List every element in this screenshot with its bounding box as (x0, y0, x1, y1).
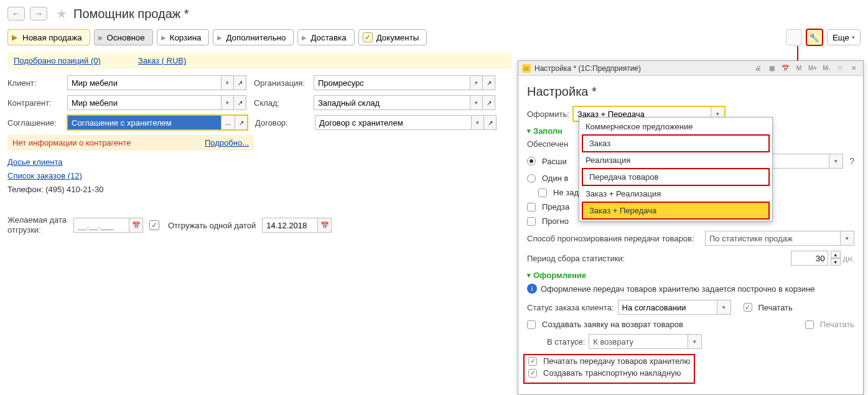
forecast-label: Способ прогнозирования передачи товаров: (527, 234, 694, 243)
memory-mminus[interactable]: M- (821, 63, 832, 74)
dropdown-button[interactable]: ▾ (829, 154, 843, 169)
forward-button[interactable]: → (30, 7, 47, 21)
org-input[interactable] (314, 75, 470, 90)
warn-more-link[interactable]: Подробно... (205, 138, 249, 147)
dd-item-selected[interactable]: Заказ + Передача (582, 202, 770, 220)
new-sale-label: Новая продажа (22, 33, 82, 42)
radio-one[interactable] (527, 174, 536, 183)
dropdown-button[interactable]: ▾ (472, 115, 484, 130)
ellipsis-button[interactable]: … (222, 115, 235, 130)
open-button[interactable]: ↗ (483, 75, 495, 90)
create-waybill-label: Создавать транспортную накладную (543, 368, 681, 378)
dd-item[interactable]: Реализация (579, 152, 772, 168)
in-status-input (589, 334, 688, 349)
agr-label: Соглашение: (7, 118, 67, 128)
wh-input[interactable] (314, 95, 470, 110)
dropdown-button[interactable]: ▾ (470, 75, 483, 90)
dropdown-button[interactable]: ▾ (470, 95, 483, 110)
grid-icon[interactable]: ▦ (766, 63, 777, 74)
open-button[interactable]: ↗ (483, 95, 495, 110)
oformit-label: Оформить: (527, 109, 569, 119)
tab-delivery[interactable]: ▶Доставка (297, 29, 354, 45)
info-text: Оформление передач товаров хранителю зад… (541, 284, 814, 294)
dd-item[interactable]: Передача товаров (582, 168, 770, 186)
highlighted-options: Печатать передачу товаров хранителю Созд… (523, 354, 695, 384)
modal-window-title: Настройка * (1С:Предприятие) (534, 64, 641, 73)
new-sale-button[interactable]: ▶Новая продажа (7, 29, 90, 45)
dd-item[interactable]: Заказ + Реализация (579, 186, 772, 202)
info-icon: i (527, 284, 537, 294)
check-icon: ✓ (363, 32, 373, 42)
open-button[interactable]: ↗ (234, 75, 246, 90)
contract-label: Договор: (255, 118, 315, 128)
contr-label: Контрагент: (7, 98, 67, 108)
tab-documents[interactable]: ✓Документы (358, 29, 427, 45)
tab-cart[interactable]: ▶Корзина (157, 29, 210, 45)
radio-ext-label: Расши (542, 157, 567, 166)
radio-ext[interactable] (527, 157, 536, 165)
memory-mplus[interactable]: M+ (807, 63, 818, 74)
help-icon[interactable]: ? (849, 156, 854, 166)
obesp-label: Обеспечен (527, 139, 568, 149)
status-input[interactable] (618, 300, 717, 315)
radio-one-label: Один в (542, 174, 568, 183)
tab-main[interactable]: ▶Основное (94, 29, 153, 45)
chevron-icon: ▶ (161, 34, 166, 41)
dd-item[interactable]: Заказ (582, 134, 770, 152)
in-status-label: В статусе: (547, 337, 585, 346)
agreement-input[interactable] (67, 115, 222, 130)
app-logo-icon: 1c (522, 64, 531, 73)
dossier-link[interactable]: Досье клиента (7, 156, 503, 169)
open-button[interactable]: ↗ (235, 115, 248, 130)
ship-date-input[interactable] (262, 218, 318, 233)
orders-link[interactable]: Список заказов (12) (7, 169, 503, 183)
forecast-input (705, 231, 841, 246)
memory-m[interactable]: M (793, 63, 805, 74)
dropdown-button[interactable]: ▾ (222, 95, 234, 110)
open-button[interactable]: ↗ (484, 115, 497, 130)
positions-link[interactable]: Подобрано позиций (0) (14, 56, 101, 65)
chevron-down-icon[interactable]: ▾ (527, 127, 531, 135)
print2-checkbox (805, 320, 814, 329)
contract-input[interactable] (315, 115, 472, 130)
print-transfer-label: Печатать передачу товаров хранителю (543, 356, 690, 366)
chk-progn[interactable] (527, 217, 536, 226)
print-icon[interactable]: 🖨 (752, 63, 763, 74)
calendar-icon[interactable]: 📅 (780, 63, 791, 74)
wanted-date-input[interactable] (73, 218, 129, 233)
contr-input[interactable] (67, 95, 222, 110)
back-button[interactable]: ← (7, 7, 25, 21)
calendar-button[interactable]: 📅 (129, 218, 143, 233)
period-input[interactable] (791, 251, 828, 266)
dd-item[interactable]: Коммерческое предложение (579, 119, 772, 134)
chevron-icon: ▶ (98, 34, 103, 41)
tab-docs-label: Документы (376, 33, 419, 42)
chk-predz[interactable] (527, 203, 536, 211)
open-button[interactable]: ↗ (234, 95, 246, 110)
client-input[interactable] (67, 75, 222, 90)
dropdown-button[interactable]: ▾ (222, 75, 234, 90)
calendar-button[interactable]: 📅 (318, 218, 332, 233)
chk-nozad[interactable] (538, 188, 547, 197)
tab-cart-label: Корзина (170, 33, 202, 42)
create-waybill-checkbox[interactable] (528, 369, 537, 378)
tab-extra[interactable]: ▶Дополнительно (213, 29, 294, 45)
more-button[interactable]: Еще▾ (827, 29, 861, 45)
star-icon[interactable]: ★ (56, 6, 67, 21)
order-link[interactable]: Заказ ( RUB) (138, 56, 186, 65)
close-icon[interactable]: ✕ (848, 63, 859, 74)
spin-up[interactable]: ▲ (831, 251, 841, 258)
toolbar-btn-1[interactable] (786, 29, 802, 45)
wrench-icon: 🔧 (809, 33, 819, 42)
settings-button[interactable]: 🔧 (806, 29, 823, 46)
oformit-dropdown-list: Коммерческое предложение Заказ Реализаци… (579, 117, 773, 221)
print-checkbox[interactable] (744, 303, 752, 312)
print-transfer-checkbox[interactable] (528, 357, 537, 366)
chevron-down-icon[interactable]: ▾ (527, 271, 531, 279)
maximize-icon[interactable]: □ (834, 63, 846, 74)
ship-one-checkbox[interactable] (149, 220, 159, 230)
return-checkbox[interactable] (527, 320, 536, 329)
return-label: Создавать заявку на возврат товаров (542, 320, 683, 329)
dropdown-button[interactable]: ▾ (717, 300, 731, 315)
spin-down[interactable]: ▼ (831, 258, 841, 266)
